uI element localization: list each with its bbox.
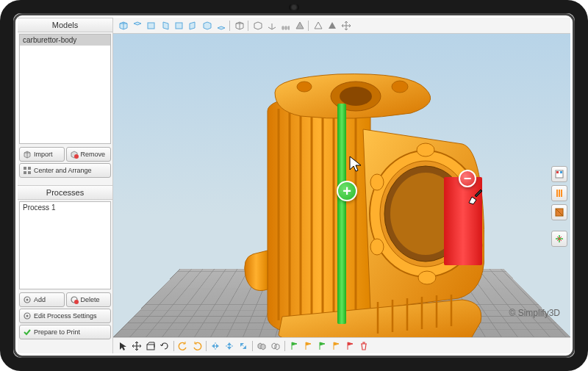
view-side-icon[interactable] [158, 19, 171, 32]
undo-icon[interactable] [176, 339, 190, 353]
import-button[interactable]: Import [19, 147, 65, 162]
right-toolbar [551, 166, 567, 247]
gear-delete-icon [70, 295, 79, 304]
models-section: Models carburettor-body Import Remove Ce… [18, 18, 112, 179]
flag-4-icon[interactable] [329, 339, 343, 353]
toolbar-separator [284, 341, 285, 351]
svg-point-6 [26, 299, 29, 301]
svg-rect-4 [28, 171, 31, 174]
watermark: © Simplify3D [509, 308, 560, 318]
flag-5-icon[interactable] [343, 339, 356, 353]
rotate-tool-icon[interactable] [158, 339, 171, 353]
mirror-z-icon[interactable] [237, 339, 250, 353]
svg-point-8 [74, 300, 79, 304]
edit-label: Edit Process Settings [34, 312, 97, 320]
group-icon[interactable] [255, 339, 268, 353]
flag-1-icon[interactable] [287, 339, 301, 353]
prepare-label: Prepare to Print [34, 328, 80, 336]
view-right-icon[interactable] [200, 19, 213, 32]
svg-point-22 [392, 81, 408, 93]
remove-label: Remove [81, 151, 106, 158]
edit-process-button[interactable]: Edit Process Settings [19, 309, 111, 323]
toolbar-separator [308, 21, 309, 31]
svg-point-29 [417, 143, 434, 156]
3d-viewport[interactable]: + − © Simplify3D [113, 34, 570, 337]
add-label: Add [34, 296, 46, 303]
gear-icon [23, 311, 32, 320]
gear-add-icon [23, 295, 32, 304]
svg-point-0 [74, 154, 79, 159]
list-item[interactable]: carburettor-body [20, 35, 110, 46]
top-toolbar [113, 18, 570, 34]
svg-rect-43 [560, 171, 562, 173]
toolbar-separator [252, 341, 253, 351]
arrange-icon [23, 166, 32, 175]
view-left-icon[interactable] [186, 19, 199, 32]
trash-icon[interactable] [357, 339, 370, 353]
select-tool-icon[interactable] [116, 339, 129, 353]
grid-icon[interactable] [279, 19, 292, 32]
normals-icon[interactable] [311, 19, 324, 32]
move-icon[interactable] [339, 19, 352, 32]
add-support-badge-icon: + [337, 181, 357, 201]
mirror-x-icon[interactable] [209, 339, 222, 353]
delete-label: Delete [81, 296, 100, 303]
svg-point-32 [418, 271, 436, 284]
svg-rect-3 [24, 171, 26, 174]
svg-rect-2 [28, 167, 31, 170]
view-back-icon[interactable] [172, 19, 185, 32]
axis-icon[interactable] [265, 19, 278, 32]
view-iso-icon[interactable] [116, 19, 129, 32]
center-arrange-button[interactable]: Center and Arrange [19, 163, 111, 178]
wireframe-icon[interactable] [232, 19, 245, 32]
ungroup-icon[interactable] [269, 339, 282, 353]
view-front-icon[interactable] [144, 19, 157, 32]
list-item[interactable]: Process 1 [20, 202, 110, 213]
move-tool-icon[interactable] [130, 339, 143, 353]
delete-button[interactable]: Delete [66, 292, 112, 307]
wireframe-cube-icon[interactable] [251, 19, 264, 32]
bottom-toolbar [113, 337, 570, 353]
toolbar-separator [206, 341, 207, 351]
settings-panel-icon[interactable] [551, 166, 567, 182]
mirror-y-icon[interactable] [223, 339, 236, 353]
remove-support-badge-icon: − [459, 170, 476, 187]
view-bottom-icon[interactable] [214, 19, 227, 32]
scale-tool-icon[interactable] [144, 339, 157, 353]
webcam-icon [289, 4, 299, 10]
support-remove-region [444, 177, 482, 265]
models-list[interactable]: carburettor-body [19, 34, 111, 144]
remove-button[interactable]: Remove [66, 147, 112, 162]
svg-rect-48 [147, 345, 154, 350]
app-window: Models carburettor-body Import Remove Ce… [18, 18, 570, 353]
svg-rect-11 [148, 23, 154, 29]
view-top-icon[interactable] [130, 19, 143, 32]
flag-3-icon[interactable] [315, 339, 329, 353]
svg-rect-44 [556, 190, 558, 197]
flag-2-icon[interactable] [301, 339, 315, 353]
cross-section-icon[interactable] [551, 204, 567, 220]
models-header: Models [18, 18, 112, 32]
prepare-print-button[interactable]: Prepare to Print [19, 325, 111, 339]
cube-icon [23, 150, 32, 159]
svg-rect-42 [556, 171, 559, 173]
redo-icon[interactable] [190, 339, 204, 353]
toolbar-separator [229, 21, 230, 31]
svg-rect-45 [559, 190, 560, 197]
viewport-area: + − © Simplify3D [113, 18, 570, 353]
svg-rect-46 [561, 190, 562, 197]
main-area: Models carburettor-body Import Remove Ce… [18, 18, 570, 353]
shading-icon[interactable] [293, 19, 306, 32]
check-icon [23, 328, 32, 336]
svg-rect-1 [24, 167, 26, 170]
model-carburettor[interactable] [242, 56, 484, 337]
solid-icon[interactable] [325, 19, 338, 32]
support-add-region [337, 104, 346, 324]
processes-section: Processes Process 1 Add Delete Edit Proc… [18, 185, 112, 341]
machine-control-icon[interactable] [551, 231, 567, 247]
svg-point-21 [297, 82, 312, 92]
support-panel-icon[interactable] [551, 185, 567, 201]
toolbar-separator [173, 341, 174, 351]
processes-list[interactable]: Process 1 [19, 201, 111, 289]
add-button[interactable]: Add [19, 292, 65, 307]
